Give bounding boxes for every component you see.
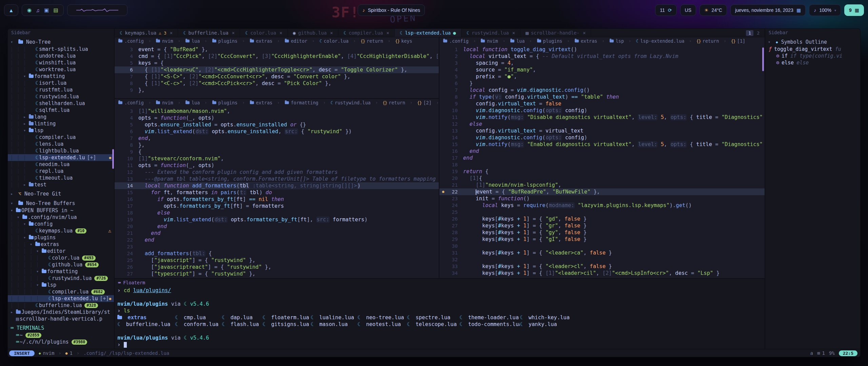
code-line[interactable]: 8}, <box>115 142 439 148</box>
close-icon[interactable]: × <box>170 30 173 36</box>
breadcrumb-item[interactable]: {}return <box>360 38 383 44</box>
outline-item-else[interactable]: ⊙elseelse <box>765 59 860 66</box>
code-line[interactable]: 9{ <box>115 148 439 155</box>
code-line[interactable]: 24 local keys = require(modname: "lazyvi… <box>439 202 765 209</box>
code-line[interactable]: 3[1]"williamboman/mason.nvim", <box>115 108 439 115</box>
code-line[interactable]: 31 keys[#keys + 1] = { "<leader>ca", fal… <box>439 249 765 256</box>
neotree-buffers-header[interactable]: ▾Neo-Tree Buffers <box>8 200 114 207</box>
tree-item-lsp-extended-lu[interactable]: │││││ ☾ lsp-extended.lu[+]● <box>8 295 114 302</box>
breadcrumb-item[interactable]: lua <box>510 38 525 44</box>
tree-item-lsp[interactable]: ││▾ lsp <box>8 127 114 134</box>
code-line[interactable]: 29 keys[#keys + 1] = { "gI", false } <box>439 236 765 243</box>
code-line[interactable]: 9}, <box>115 87 439 94</box>
code-line[interactable]: 14 vim.diagnostic.config(opts: config) <box>439 134 765 141</box>
code-line[interactable]: 18 else <box>115 209 439 216</box>
code-line[interactable]: 2 local virtual_text = { -- Default virt… <box>439 53 765 60</box>
now-playing[interactable]: ♪ Spiritbox - Rule Of Nines <box>358 4 425 16</box>
symbols-outline-header[interactable]: ▾◆Symbols Outline <box>765 38 860 46</box>
breadcrumb-item[interactable]: editor <box>284 38 308 44</box>
code-line[interactable]: 17end <box>439 155 765 161</box>
close-icon[interactable]: × <box>387 30 389 36</box>
tree-item-lsp[interactable]: ││││▾ lsp <box>8 282 114 288</box>
tab-bufferline-lua[interactable]: ☾bufferline.lua× <box>178 29 240 37</box>
code-line[interactable]: 19 vim.list_extend(dst: opts.formatters_… <box>115 216 439 223</box>
tree-item-lightbulb-lua[interactable]: │││ ☾ lightbulb.lua <box>8 147 114 154</box>
close-icon[interactable]: × <box>330 30 333 36</box>
breadcrumb-item[interactable]: ☾rustywind.lua <box>330 100 371 105</box>
terminal-output[interactable]: › cd lua/plugins/nvim/lua/plugins via ☾ … <box>115 286 765 349</box>
tree-item-github-lua[interactable]: │││││ ☾ github.lua#654 <box>8 261 114 268</box>
code-line[interactable]: 16 end <box>439 148 765 155</box>
breadcrumb-item[interactable]: {}[1] <box>731 38 745 44</box>
code-line[interactable]: 7 { [1]"<S-C>", [2]"<cmd>CccConvert<cr>"… <box>115 73 439 80</box>
close-icon[interactable]: × <box>232 30 235 36</box>
code-line[interactable]: 6 { [1]"<leader>uC", [2]"<cmd>CccHighlig… <box>115 66 439 73</box>
code-line[interactable]: 3event = { "BufRead" }, <box>115 46 439 53</box>
code-area[interactable]: 3[1]"williamboman/mason.nvim", 4opts = f… <box>115 106 439 278</box>
outline-item-if[interactable]: ⊙ifif type(config.vi <box>765 53 860 59</box>
code-line[interactable]: 17 opts.formatters_by_ft[ft] = formatter… <box>115 203 439 209</box>
breadcrumb-item[interactable]: lua <box>185 38 200 44</box>
updates-badge[interactable]: 11⟳ <box>655 4 676 16</box>
tree-item-extras[interactable]: │││▾ extras <box>8 241 114 248</box>
tab-scrollbar-handle-[interactable]: ▤scrollbar-handle-× <box>520 29 591 37</box>
code-line[interactable]: 18 <box>439 161 765 168</box>
notes-icon[interactable]: ▤ <box>53 7 59 13</box>
code-line[interactable]: 10[1]"stevearc/conform.nvim", <box>115 155 439 162</box>
code-line[interactable]: 16 if opts.formatters_by_ft[ft] == nil t… <box>115 196 439 203</box>
tabpage-2[interactable]: 2 <box>754 30 762 36</box>
code-line[interactable]: 20 [1]{ <box>439 175 765 182</box>
tab-lsp-extended-lua[interactable]: ☾lsp-extended.lua● <box>395 29 461 37</box>
breadcrumb-item[interactable]: formatting <box>284 100 318 105</box>
tree-item-sqlfmt-lua[interactable]: │││ ☾ sqlfmt.lua <box>8 107 114 114</box>
code-line[interactable]: 15 for ft, formatters in pairs(t: tbl) d… <box>115 189 439 196</box>
code-line[interactable]: 13 ---@param tbl table<string, conform.F… <box>115 176 439 182</box>
tabpage-1[interactable]: 1 <box>746 30 753 36</box>
tree-item-scrollbar-handle-vertical-p[interactable]: ▤ scrollbar-handle-vertical.p <box>8 316 114 322</box>
tree-item-linting[interactable]: ││▸ linting <box>8 120 114 127</box>
tree-item-plugins[interactable]: ││▾ plugins <box>8 234 114 241</box>
breadcrumb-item[interactable]: {}return <box>696 38 719 44</box>
code-line[interactable]: 25 ["javascript"] = { "rustywind" }, <box>115 257 439 264</box>
code-line[interactable]: 9 config.virtual_text = false <box>439 100 765 107</box>
tree-item-timeout-lua[interactable]: │││ ☾ timeout.lua <box>8 175 114 181</box>
outline-item-toggle_diag_virtext[interactable]: ƒtoggle_diag_virtextfu <box>765 46 860 53</box>
breadcrumb-item[interactable]: extras <box>250 38 273 44</box>
tree-item-formatting[interactable]: ││││▾ formatting <box>8 268 114 275</box>
weather-badge[interactable]: ☀24°C <box>699 4 727 16</box>
terminals-header[interactable]: ⌨TERMINALS <box>8 324 114 332</box>
breadcrumb-item[interactable]: lsp <box>609 38 624 44</box>
breadcrumb-item[interactable]: plugins <box>212 100 238 105</box>
code-line[interactable]: 30 <box>439 243 765 249</box>
tree-item-bufferline-lua[interactable]: │││ ☾ bufferline.lua#328 <box>8 302 114 309</box>
tree-item--c-n-l-plugins[interactable]: ⌨ ~/.c/n/l/plugins#3980 <box>8 339 114 345</box>
code-line[interactable]: 11opts = function(_, opts) <box>115 162 439 169</box>
editor-scrollbar[interactable] <box>762 47 764 71</box>
breadcrumb-item[interactable]: plugins <box>537 38 563 44</box>
workspace-badge[interactable]: 9▦ <box>844 4 864 16</box>
code-line[interactable]: 1local function toggle_diag_virtext() <box>439 46 765 53</box>
breadcrumb-item[interactable]: ☾lsp-extended.lua <box>636 38 684 44</box>
launcher-button[interactable]: ▲ <box>4 4 18 16</box>
record-icon[interactable]: ◉ <box>26 7 32 13</box>
tree-item-rustywind-lua[interactable]: │││││ ☾ rustywind.lua#726 <box>8 275 114 282</box>
code-line[interactable]: ●22 event = { "BufReadPre", "BufNewFile"… <box>439 188 765 195</box>
tree-item-rustywind-lua[interactable]: │││ ☾ rustywind.lua <box>8 93 114 100</box>
tree-item-config[interactable]: ││▾ config <box>8 221 114 227</box>
breadcrumb-item[interactable]: plugins <box>212 38 238 44</box>
music-app-icon[interactable]: ♫ <box>35 7 40 13</box>
breadcrumb-item[interactable]: nvim <box>156 38 173 44</box>
code-line[interactable]: 4opts = function(_, opts) <box>115 115 439 121</box>
code-line[interactable]: 27 ["typescript"] = { "rustywind" }, <box>115 270 439 277</box>
breadcrumb-item[interactable]: .config <box>118 100 144 105</box>
breadcrumb-item[interactable]: {}keys <box>395 38 412 44</box>
neotree-git-header[interactable]: ▸⌥Neo-Tree Git <box>8 190 114 198</box>
code-line[interactable]: 20 end <box>115 223 439 230</box>
code-line[interactable]: 33 keys[#keys + 1] = { "<leader>cl", fal… <box>439 263 765 270</box>
tree-item-open-buffers-in-[interactable]: ▾ OPEN BUFFERS in ~ <box>8 207 114 214</box>
code-line[interactable]: 4 source = "if_many", <box>439 66 765 73</box>
code-line[interactable]: 34 keys[#keys + 1] = { [1]"<leader>cil",… <box>439 270 765 277</box>
tree-item-compiler-lua[interactable]: │││││ ☾ compiler.lua#682 <box>8 288 114 295</box>
code-line[interactable]: 26 keys[#keys + 1] = { "gd", false } <box>439 216 765 222</box>
code-line[interactable]: 8 if type(v: config.virtual_text) == "ta… <box>439 94 765 100</box>
